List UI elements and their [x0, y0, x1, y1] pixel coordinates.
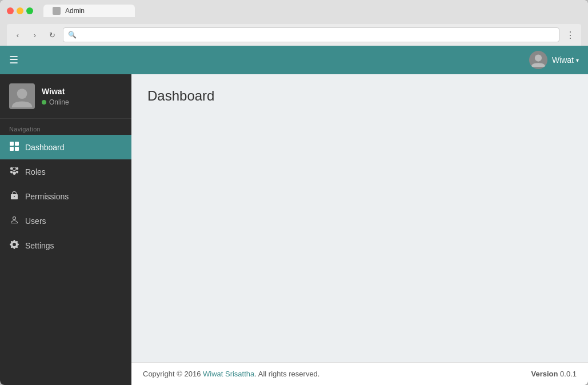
sidebar-username: Wiwat — [42, 87, 69, 96]
svg-rect-5 — [15, 147, 19, 151]
svg-rect-4 — [10, 147, 14, 151]
settings-icon — [9, 240, 19, 251]
roles-icon — [9, 166, 19, 177]
sidebar-item-settings[interactable]: Settings — [0, 233, 131, 258]
copyright-link[interactable]: Wiwat Srisattha — [203, 370, 254, 378]
top-username-text: Wiwat — [552, 55, 574, 65]
address-bar[interactable]: 🔍 — [63, 27, 559, 42]
footer: Copyright © 2016 Wiwat Srisattha. All ri… — [131, 362, 588, 385]
dashboard-icon — [9, 142, 19, 153]
sidebar-item-permissions[interactable]: Permissions — [0, 184, 131, 208]
sidebar-nav: Navigation Dashboard — [0, 119, 131, 385]
user-menu-button[interactable]: Wiwat ▾ — [529, 51, 579, 69]
browser-menu-button[interactable]: ⋮ — [564, 29, 577, 41]
svg-rect-3 — [15, 142, 19, 146]
sidebar-item-label-dashboard: Dashboard — [25, 143, 65, 152]
svg-point-1 — [17, 89, 27, 99]
search-icon: 🔍 — [68, 31, 76, 39]
sidebar-item-label-users: Users — [25, 216, 46, 226]
version-number: 0.0.1 — [560, 370, 577, 378]
sidebar-user-info: Wiwat Online — [42, 87, 69, 106]
footer-version: Version 0.0.1 — [531, 370, 577, 378]
user-dropdown-arrow: ▾ — [576, 57, 579, 63]
sidebar-item-dashboard[interactable]: Dashboard — [0, 135, 131, 159]
content-area: Dashboard — [131, 74, 588, 362]
tab-label: Admin — [65, 7, 85, 15]
status-label: Online — [49, 98, 69, 106]
sidebar-item-label-permissions: Permissions — [25, 192, 69, 201]
users-icon — [9, 215, 19, 226]
app-content: ☰ Wiwat ▾ — [0, 46, 588, 385]
back-button[interactable]: ‹ — [11, 29, 24, 41]
footer-copyright: Copyright © 2016 Wiwat Srisattha. All ri… — [143, 370, 319, 378]
svg-point-0 — [535, 54, 542, 61]
navbar-left: ☰ — [9, 54, 18, 66]
browser-toolbar: ‹ › ↻ 🔍 ⋮ — [7, 24, 581, 46]
browser-window: Admin ‹ › ↻ 🔍 ⋮ ☰ — [0, 0, 588, 385]
hamburger-icon: ☰ — [9, 54, 18, 66]
top-user-name: Wiwat ▾ — [552, 55, 579, 65]
browser-titlebar: Admin — [7, 5, 581, 21]
sidebar-item-roles[interactable]: Roles — [0, 159, 131, 184]
top-navbar: ☰ Wiwat ▾ — [0, 46, 588, 74]
forward-button[interactable]: › — [29, 29, 41, 41]
browser-tab[interactable]: Admin — [43, 5, 135, 17]
reload-button[interactable]: ↻ — [46, 29, 58, 41]
copyright-suffix: . All rights reserved. — [254, 370, 319, 378]
user-avatar-top — [529, 51, 547, 69]
nav-section-label: Navigation — [0, 119, 131, 135]
sidebar-item-users[interactable]: Users — [0, 208, 131, 233]
sidebar-status: Online — [42, 98, 69, 106]
traffic-lights — [7, 7, 33, 14]
minimize-window-button[interactable] — [17, 7, 23, 14]
main-layout: Wiwat Online Navigation — [0, 74, 588, 385]
version-label: Version — [531, 370, 558, 378]
sidebar-user-panel: Wiwat Online — [0, 74, 131, 119]
close-window-button[interactable] — [7, 7, 14, 14]
maximize-window-button[interactable] — [26, 7, 33, 14]
permissions-icon — [9, 191, 19, 202]
sidebar-avatar — [9, 83, 35, 109]
copyright-text: Copyright © 2016 — [143, 370, 203, 378]
sidebar-item-label-settings: Settings — [25, 241, 54, 250]
sidebar-item-label-roles: Roles — [25, 167, 46, 177]
svg-point-7 — [10, 167, 13, 170]
tab-favicon — [53, 7, 61, 15]
main-content: Dashboard Copyright © 2016 Wiwat Srisatt… — [131, 74, 588, 385]
page-title: Dashboard — [147, 88, 572, 104]
browser-chrome: Admin ‹ › ↻ 🔍 ⋮ — [0, 0, 588, 46]
svg-point-6 — [16, 167, 18, 170]
sidebar-toggle-button[interactable]: ☰ — [9, 54, 18, 66]
online-status-dot — [42, 100, 46, 105]
svg-rect-2 — [10, 142, 14, 146]
sidebar: Wiwat Online Navigation — [0, 74, 131, 385]
